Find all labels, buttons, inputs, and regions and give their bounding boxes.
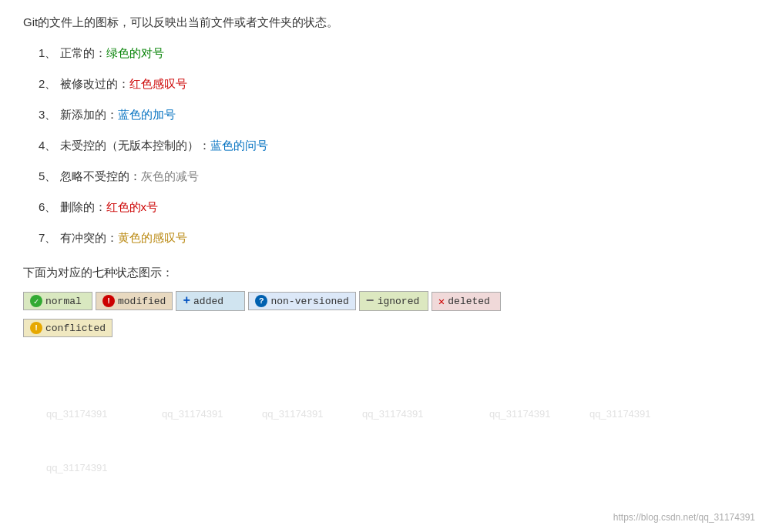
badge-deleted: ✕ deleted <box>432 292 501 311</box>
status-icons-row-1: ✓ normal ! modified + added ? non-versio… <box>23 291 746 311</box>
conflicted-icon: ! <box>30 322 42 334</box>
badge-added-label: added <box>193 296 223 307</box>
list-item-2: 2、 被修改过的：红色感叹号 <box>39 75 746 93</box>
watermark-6: qq_31174391 <box>589 408 651 420</box>
list-item-4: 4、 未受控的（无版本控制的）：蓝色的问号 <box>39 136 746 155</box>
deleted-icon: ✕ <box>438 295 445 308</box>
watermark-2: qq_31174391 <box>162 408 223 420</box>
list-item-5: 5、 忽略不受控的：灰色的减号 <box>39 167 746 186</box>
badge-ignored-label: ignored <box>378 296 420 307</box>
badge-added: + added <box>176 291 245 311</box>
badge-normal-label: normal <box>45 296 82 307</box>
watermark-4: qq_31174391 <box>362 408 424 420</box>
badge-normal: ✓ normal <box>23 292 92 310</box>
status-icons-row-2: ! conflicted <box>23 319 746 337</box>
ignored-icon: − <box>366 294 374 308</box>
section-label: 下面为对应的七种状态图示： <box>23 266 746 280</box>
watermark-5: qq_31174391 <box>489 408 551 420</box>
list-item-6: 6、 删除的：红色的x号 <box>39 198 746 216</box>
badge-deleted-label: deleted <box>448 296 490 307</box>
list-item-3: 3、 新添加的：蓝色的加号 <box>39 105 746 124</box>
badge-modified: ! modified <box>96 292 173 310</box>
modified-icon: ! <box>102 295 115 307</box>
normal-icon: ✓ <box>30 295 42 307</box>
watermark-1: qq_31174391 <box>46 408 108 420</box>
badge-conflicted-label: conflicted <box>45 323 106 334</box>
intro-text: Git的文件上的图标，可以反映出当前文件或者文件夹的状态。 <box>23 15 746 30</box>
watermark-7: qq_31174391 <box>46 462 108 473</box>
badge-conflicted: ! conflicted <box>23 319 112 337</box>
footer-url: https://blog.csdn.net/qq_31174391 <box>613 512 755 523</box>
watermark-3: qq_31174391 <box>262 408 324 420</box>
status-list: 1、 正常的：绿色的对号 2、 被修改过的：红色感叹号 3、 新添加的：蓝色的加… <box>39 44 746 247</box>
badge-non-versioned-label: non-versioned <box>270 296 348 307</box>
list-item-1: 1、 正常的：绿色的对号 <box>39 44 746 62</box>
badge-non-versioned: ? non-versioned <box>248 292 355 310</box>
added-icon: + <box>183 294 190 308</box>
non-versioned-icon: ? <box>255 295 267 307</box>
badge-modified-label: modified <box>118 296 166 307</box>
list-item-7: 7、 有冲突的：黄色的感叹号 <box>39 229 746 247</box>
badge-ignored: − ignored <box>359 291 428 311</box>
